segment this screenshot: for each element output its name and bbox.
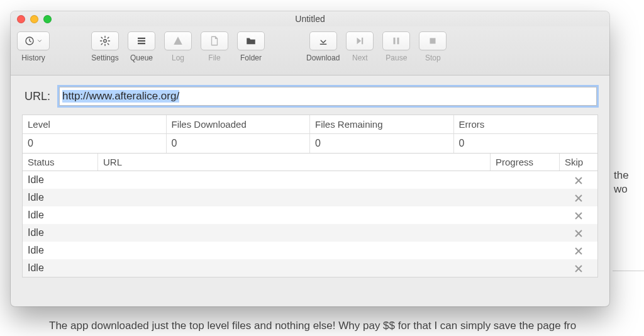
cell-skip[interactable] [560, 242, 597, 259]
cell-url [98, 206, 491, 224]
toolbar: History Settings Queue [11, 26, 609, 76]
chevron-down-icon [36, 35, 43, 47]
pause-button[interactable] [382, 31, 410, 50]
col-skip[interactable]: Skip [560, 154, 597, 171]
svg-rect-8 [394, 38, 396, 45]
history-button[interactable] [17, 31, 50, 50]
cell-status: Idle [23, 224, 98, 242]
gear-icon [99, 35, 111, 47]
folder-button[interactable] [237, 31, 265, 50]
settings-button[interactable] [91, 31, 119, 50]
cell-progress [491, 189, 560, 206]
table-row[interactable]: Idle [23, 171, 597, 189]
file-icon [209, 35, 220, 47]
cell-url [98, 242, 491, 259]
folder-label: Folder [240, 53, 262, 62]
queue-label: Queue [130, 53, 153, 62]
cell-skip[interactable] [560, 189, 597, 206]
stats-value-downloaded: 0 [167, 134, 311, 153]
folder-icon [245, 35, 257, 47]
titlebar: Untitled [11, 11, 609, 26]
download-button[interactable] [309, 31, 337, 50]
app-window: Untitled History Sett [11, 11, 609, 306]
svg-rect-4 [138, 43, 145, 44]
download-label: Download [306, 53, 340, 62]
file-button[interactable] [201, 31, 228, 50]
download-icon [318, 35, 329, 47]
cell-progress [491, 224, 560, 242]
svg-point-1 [104, 40, 107, 43]
table-row[interactable]: Idle [23, 206, 597, 224]
url-row: URL: [11, 76, 609, 115]
next-icon [354, 35, 365, 47]
stats-value-remaining: 0 [310, 134, 454, 153]
skip-icon [574, 246, 583, 255]
col-status[interactable]: Status [23, 154, 98, 171]
cell-status: Idle [23, 189, 98, 206]
cell-url [98, 189, 491, 206]
cell-skip[interactable] [560, 171, 597, 189]
file-label: File [208, 53, 220, 62]
stats-value-errors: 0 [454, 134, 598, 153]
svg-rect-10 [430, 38, 436, 44]
cell-progress [491, 171, 560, 189]
jobs-table: Status URL Progress Skip IdleIdleIdleIdl… [22, 154, 598, 277]
svg-rect-2 [138, 38, 145, 39]
cell-status: Idle [23, 242, 98, 259]
cell-status: Idle [23, 171, 98, 189]
url-label: URL: [25, 90, 50, 103]
background-text-bottom: The app downloaded just the top level fi… [49, 320, 576, 332]
background-text-right: the wo [614, 169, 629, 196]
next-label: Next [352, 53, 368, 62]
queue-icon [136, 35, 147, 47]
traffic-lights [11, 15, 52, 23]
log-button[interactable] [164, 31, 192, 50]
stats-value-level: 0 [23, 134, 167, 153]
settings-label: Settings [91, 53, 118, 62]
close-window-button[interactable] [17, 15, 25, 23]
history-label: History [21, 53, 45, 62]
pause-icon [391, 35, 402, 47]
table-row[interactable]: Idle [23, 259, 597, 277]
stats-header-remaining: Files Remaining [310, 115, 454, 133]
cell-status: Idle [23, 259, 98, 277]
table-row[interactable]: Idle [23, 189, 597, 206]
stats-header-errors: Errors [454, 115, 598, 133]
table-row[interactable]: Idle [23, 242, 597, 259]
minimize-window-button[interactable] [30, 15, 38, 23]
pause-label: Pause [386, 53, 407, 62]
cell-progress [491, 242, 560, 259]
cell-skip[interactable] [560, 224, 597, 242]
queue-button[interactable] [128, 31, 155, 50]
skip-icon [574, 193, 583, 202]
cell-url [98, 171, 491, 189]
cell-skip[interactable] [560, 259, 597, 277]
url-input[interactable] [59, 87, 597, 106]
svg-rect-3 [138, 40, 145, 42]
stop-button[interactable] [419, 31, 447, 50]
svg-rect-9 [397, 38, 399, 45]
stop-icon [427, 35, 438, 47]
stop-label: Stop [425, 53, 441, 62]
col-progress[interactable]: Progress [491, 154, 560, 171]
window-title: Untitled [11, 14, 609, 24]
skip-icon [574, 264, 583, 272]
stats-header-downloaded: Files Downloaded [167, 115, 311, 133]
stats-table: Level Files Downloaded Files Remaining E… [22, 115, 598, 154]
background-divider [613, 271, 644, 271]
table-row[interactable]: Idle [23, 224, 597, 242]
cell-skip[interactable] [560, 206, 597, 224]
history-icon [24, 35, 35, 47]
cell-url [98, 259, 491, 277]
cell-progress [491, 259, 560, 277]
warning-icon [172, 35, 184, 47]
col-url[interactable]: URL [98, 154, 491, 171]
zoom-window-button[interactable] [43, 15, 52, 23]
cell-url [98, 224, 491, 242]
svg-rect-7 [362, 38, 363, 45]
svg-marker-6 [357, 38, 362, 45]
stats-header-level: Level [23, 115, 167, 133]
cell-status: Idle [23, 206, 98, 224]
svg-rect-5 [319, 44, 326, 45]
next-button[interactable] [346, 31, 374, 50]
